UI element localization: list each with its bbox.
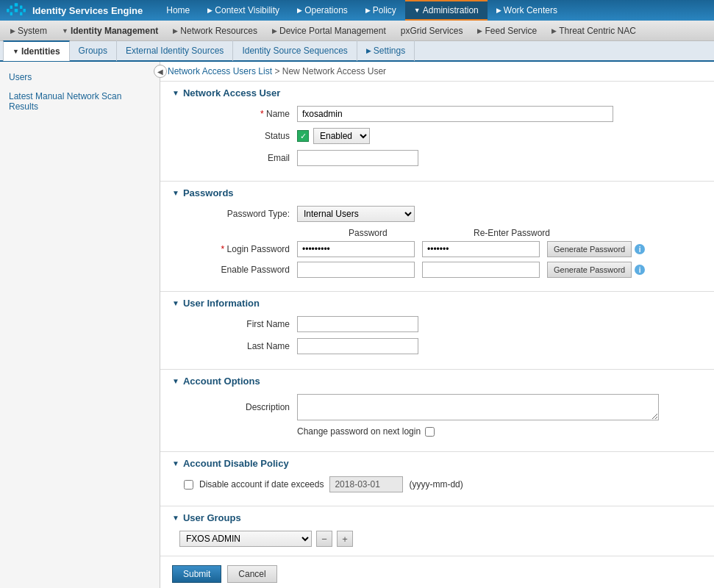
account-options-header: ▼ Account Options — [172, 376, 702, 387]
svg-rect-5 — [24, 9, 26, 12]
passwords-section: ▼ Passwords Password Type: Internal User… — [160, 182, 714, 292]
email-row: Email — [172, 150, 702, 166]
login-password-input[interactable] — [297, 241, 415, 257]
breadcrumb-separator: > — [274, 66, 279, 76]
user-information-section: ▼ User Information First Name Last Name — [160, 292, 714, 370]
disable-account-row: Disable account if date exceeds (yyyy-mm… — [172, 476, 702, 492]
status-checkbox[interactable]: ✓ — [297, 130, 309, 142]
content-area: Network Access Users List > New Network … — [160, 62, 714, 588]
passwords-arrow-icon: ▼ — [172, 189, 179, 197]
nav-network-resources[interactable]: ▶Network Resources — [165, 21, 265, 41]
account-disable-policy-header: ▼ Account Disable Policy — [172, 458, 702, 469]
account-disable-policy-section: ▼ Account Disable Policy Disable account… — [160, 452, 714, 506]
user-groups-header: ▼ User Groups — [172, 512, 702, 523]
name-row: Name — [172, 106, 702, 122]
passwords-header: ▼ Passwords — [172, 187, 702, 198]
first-name-row: First Name — [172, 316, 702, 332]
status-label: Status — [172, 131, 297, 141]
add-group-button[interactable]: + — [337, 531, 353, 547]
status-row: Status ✓ Enabled Disabled — [172, 128, 702, 144]
email-label: Email — [172, 153, 297, 163]
user-info-arrow-icon: ▼ — [172, 299, 179, 307]
main-layout: ◀ Users Latest Manual Network Scan Resul… — [0, 62, 714, 588]
date-format-label: (yyyy-mm-dd) — [409, 479, 463, 490]
password-type-label: Password Type: — [172, 209, 297, 219]
sidebar-item-users[interactable]: Users — [0, 68, 160, 87]
svg-rect-1 — [10, 6, 13, 9]
tab-external-identity-sources[interactable]: External Identity Sources — [117, 40, 233, 61]
nav-system[interactable]: ▶System — [3, 21, 54, 41]
enable-password-info-icon[interactable]: i — [635, 265, 645, 275]
tab-groups[interactable]: Groups — [70, 40, 117, 61]
cisco-logo-icon — [6, 3, 26, 18]
password-type-row: Password Type: Internal Users External — [172, 206, 702, 222]
nav-work-centers[interactable]: ▶Work Centers — [488, 0, 566, 21]
tab-identity-source-sequences[interactable]: Identity Source Sequences — [233, 40, 357, 61]
nav-identity-management[interactable]: ▼Identity Management — [54, 21, 165, 41]
nav-feed-service[interactable]: ▶Feed Service — [470, 21, 544, 41]
section-arrow-icon: ▼ — [172, 89, 179, 97]
svg-rect-0 — [15, 3, 18, 6]
change-password-checkbox[interactable] — [425, 427, 435, 437]
login-generate-password-button[interactable]: Generate Password — [547, 241, 632, 257]
nav-context-visibility[interactable]: ▶Context Visibility — [199, 0, 288, 21]
action-row: Submit Cancel — [160, 556, 714, 588]
svg-rect-7 — [20, 12, 22, 15]
description-label: Description — [172, 402, 297, 412]
enable-generate-password-button[interactable]: Generate Password — [547, 262, 632, 278]
nav-threat-centric[interactable]: ▶Threat Centric NAC — [544, 21, 643, 41]
nav-policy[interactable]: ▶Policy — [357, 0, 405, 21]
email-input[interactable] — [297, 150, 418, 166]
account-options-arrow-icon: ▼ — [172, 377, 179, 385]
status-select[interactable]: Enabled Disabled — [313, 128, 370, 144]
change-password-row: Change password on next login — [172, 426, 702, 437]
tab-identities[interactable]: ▼Identities — [3, 40, 70, 61]
network-access-user-section: ▼ Network Access User Name Status ✓ Enab… — [160, 82, 714, 182]
description-textarea[interactable] — [297, 394, 659, 420]
disable-account-checkbox[interactable] — [184, 480, 193, 490]
account-disable-arrow-icon: ▼ — [172, 459, 179, 467]
enable-password-label: Enable Password — [172, 265, 297, 275]
enable-password-input[interactable] — [297, 262, 415, 278]
breadcrumb: Network Access Users List > New Network … — [160, 62, 714, 82]
sidebar-collapse-button[interactable]: ◀ — [154, 65, 167, 78]
enable-password-row: Enable Password Generate Password i — [172, 262, 702, 278]
submit-button[interactable]: Submit — [172, 565, 221, 583]
login-password-label: Login Password — [172, 244, 297, 254]
svg-rect-4 — [15, 9, 18, 12]
login-password-reenter-input[interactable] — [422, 241, 540, 257]
description-row: Description — [172, 394, 702, 420]
sidebar-item-latest-scan[interactable]: Latest Manual Network Scan Results — [0, 87, 160, 116]
change-password-text: Change password on next login — [297, 426, 421, 437]
login-password-info-icon[interactable]: i — [635, 244, 645, 254]
remove-group-button[interactable]: − — [316, 531, 332, 547]
last-name-input[interactable] — [297, 338, 418, 354]
status-control: ✓ Enabled Disabled — [297, 128, 370, 144]
user-groups-section: ▼ User Groups FXOS ADMIN − + — [160, 506, 714, 556]
last-name-row: Last Name — [172, 338, 702, 354]
last-name-label: Last Name — [172, 341, 297, 351]
nav-home[interactable]: Home — [157, 0, 199, 21]
third-navbar: ▼Identities Groups External Identity Sou… — [0, 41, 714, 62]
network-access-user-header: ▼ Network Access User — [172, 87, 702, 98]
name-label: Name — [172, 109, 297, 119]
group-select[interactable]: FXOS ADMIN — [179, 531, 312, 547]
password-col-headers: Password Re-Enter Password — [172, 228, 702, 238]
nav-administration[interactable]: ▼Administration — [405, 0, 488, 21]
svg-rect-6 — [10, 12, 13, 15]
user-groups-arrow-icon: ▼ — [172, 514, 179, 522]
disable-account-label: Disable account if date exceeds — [199, 479, 324, 490]
password-type-select[interactable]: Internal Users External — [297, 206, 415, 222]
disable-date-input[interactable] — [329, 476, 403, 492]
name-input[interactable] — [297, 106, 613, 122]
nav-operations[interactable]: ▶Operations — [288, 0, 357, 21]
account-options-section: ▼ Account Options Description Change pas… — [160, 370, 714, 452]
nav-device-portal[interactable]: ▶Device Portal Management — [265, 21, 393, 41]
cancel-button[interactable]: Cancel — [227, 565, 276, 583]
svg-rect-2 — [20, 6, 22, 9]
breadcrumb-link[interactable]: Network Access Users List — [168, 66, 272, 76]
tab-settings[interactable]: ▶Settings — [357, 40, 415, 61]
enable-password-reenter-input[interactable] — [422, 262, 540, 278]
nav-pxgrid[interactable]: pxGrid Services — [393, 21, 471, 41]
first-name-input[interactable] — [297, 316, 418, 332]
